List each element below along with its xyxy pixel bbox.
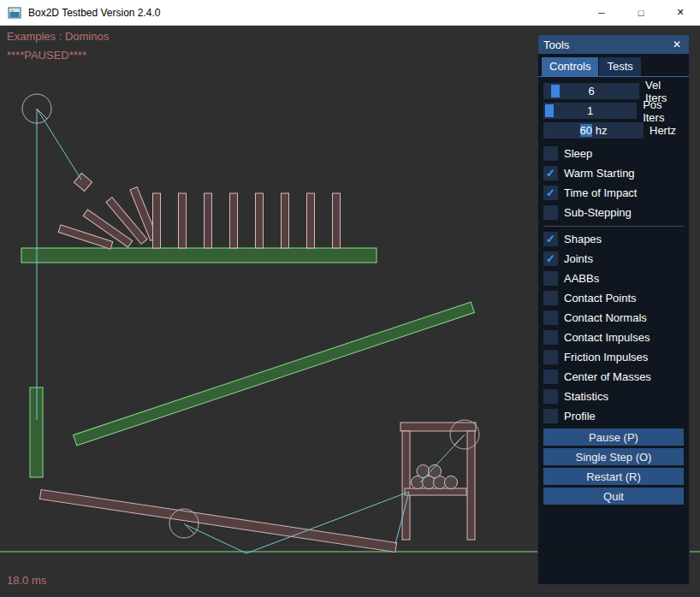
frame-time-label: 18.0 ms [7,574,46,587]
tab-controls[interactable]: Controls [542,57,598,76]
checkbox-label: Contact Impulses [564,331,650,344]
checkbox-row[interactable]: Sub-Stepping [543,203,684,222]
maximize-button[interactable]: □ [621,0,661,26]
checkbox-row[interactable]: Friction Impulses [543,347,684,367]
checkbox-label: Statistics [564,390,608,403]
panel-close-icon[interactable]: ✕ [670,38,684,50]
button-group: Pause (P) Single Step (O) Restart (R) Qu… [543,429,684,505]
checkbox-label: AABBs [564,272,599,285]
pos-iters-value: 1 [543,103,637,119]
pulley-circles [22,94,479,538]
checkbox[interactable] [543,350,558,364]
checkbox-label: Contact Points [564,292,637,304]
checkbox[interactable] [543,186,558,200]
draw-checkbox-group: Shapes Joints AABBs Contact Poin [543,229,684,426]
checkbox[interactable] [543,369,558,384]
tools-panel-title: Tools [543,38,670,51]
tools-panel-titlebar[interactable]: Tools ✕ [538,35,689,54]
checkbox-label: Sub-Stepping [564,206,632,219]
checkbox-label: Sleep [564,147,592,160]
action-button[interactable]: Pause (P) [543,429,684,446]
checkbox-row[interactable]: Sleep [543,144,684,163]
window-controls: ─ □ ✕ [582,0,700,26]
checkbox[interactable] [543,166,558,180]
checkbox[interactable] [543,205,558,220]
hertz-input[interactable]: 60 hz [543,122,644,139]
checkbox-label: Profile [564,410,596,423]
hertz-label: Hertz [650,124,676,137]
vel-iters-slider[interactable]: 6 [543,83,639,99]
checkbox-label: Friction Impulses [564,351,648,364]
checkbox-row[interactable]: Contact Impulses [543,328,684,347]
tools-panel: Tools ✕ Controls Tests 6 Vel Iters 1 Pos… [537,34,690,585]
checkbox-row[interactable]: Contact Normals [543,308,684,328]
paused-label: ****PAUSED**** [7,49,86,62]
action-button[interactable]: Quit [543,488,684,505]
vel-iters-value: 6 [543,83,639,99]
solver-checkbox-group: Sleep Warm Starting Time of Impact [543,144,684,222]
checkbox[interactable] [543,251,558,266]
tab-bar: Controls Tests [538,54,689,77]
example-label: Examples : Dominos [7,30,109,43]
checkbox[interactable] [543,310,558,325]
tab-tests[interactable]: Tests [599,57,640,76]
hertz-row: 60 hz Hertz [543,121,684,140]
checkbox-row[interactable]: Contact Points [543,288,684,308]
checkbox-row[interactable]: Joints [543,249,684,269]
hertz-value: 60 hz [543,122,644,139]
checkbox-label: Center of Masses [564,370,651,383]
checkbox[interactable] [543,271,558,286]
checkbox-label: Warm Starting [564,167,635,180]
minimize-button[interactable]: ─ [582,0,621,26]
checkbox-label: Joints [564,252,593,265]
app-icon [8,6,21,20]
checkbox[interactable] [543,291,558,305]
separator [543,226,684,227]
hertz-selected-text: 60 [580,124,592,137]
close-button[interactable]: ✕ [661,0,700,26]
checkbox-label: Contact Normals [564,311,647,324]
checkbox-row[interactable]: Profile [543,406,684,426]
checkbox[interactable] [543,409,558,423]
checkbox-label: Time of Impact [564,186,637,199]
pos-iters-row: 1 Pos Iters [543,101,684,121]
checkbox-row[interactable]: Statistics [543,387,684,406]
panel-content: 6 Vel Iters 1 Pos Iters 60 hz Hertz [538,77,689,505]
titlebar: Box2D Testbed Version 2.4.0 ─ □ ✕ [0,0,700,26]
action-button[interactable]: Single Step (O) [543,448,684,465]
app-window: Box2D Testbed Version 2.4.0 ─ □ ✕ [0,0,700,597]
checkbox-row[interactable]: AABBs [543,269,684,288]
tilted-plank [39,490,396,553]
checkbox-label: Shapes [564,233,602,245]
checkbox[interactable] [543,389,558,404]
checkbox-row[interactable]: Time of Impact [543,183,684,203]
ball-cluster [412,465,458,489]
window-title: Box2D Testbed Version 2.4.0 [28,7,161,19]
dominoes-upright [153,193,341,248]
action-button[interactable]: Restart (R) [543,468,684,485]
checkbox-row[interactable]: Center of Masses [543,367,684,387]
pos-iters-slider[interactable]: 1 [543,103,637,119]
checkbox[interactable] [543,232,558,246]
checkbox[interactable] [543,330,558,345]
checkbox-row[interactable]: Warm Starting [543,163,684,183]
pos-iters-label: Pos Iters [643,98,684,124]
checkbox-row[interactable]: Shapes [543,229,684,249]
dominoes-fallen [58,187,157,250]
hanging-block [74,173,92,191]
hertz-unit-text: hz [592,124,607,137]
checkbox[interactable] [543,146,558,161]
